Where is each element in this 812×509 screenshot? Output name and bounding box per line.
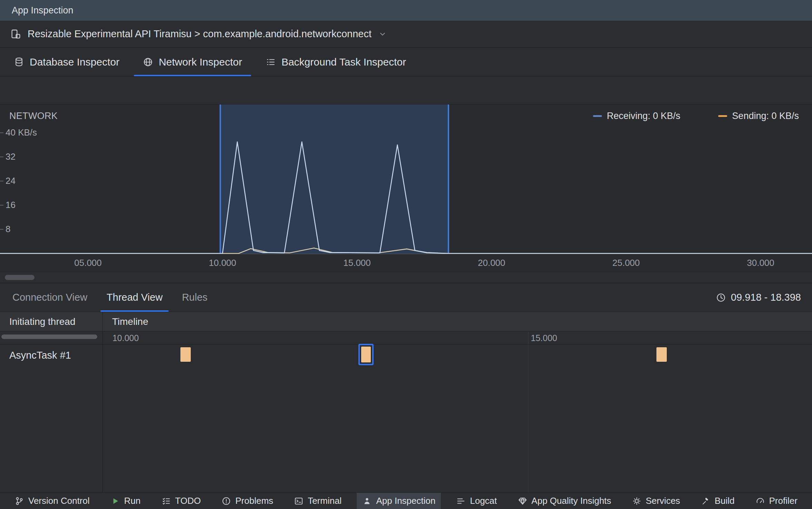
tool-window-bar: Version ControlRunTODOProblemsTerminalAp… [0,492,812,509]
detail-tab-connection-view[interactable]: Connection View [3,283,97,312]
time-range-label: 09.918 - 18.398 [731,292,801,303]
timeline-ruler-row: 10.00015.000 [0,331,812,345]
toolwindow-button-profiler[interactable]: Profiler [750,493,803,509]
selected-time-range: 09.918 - 18.398 [716,283,809,312]
tab-label: Connection View [12,292,87,303]
scrollbar-thumb[interactable] [5,275,34,280]
timeline-tick-label: 10.000 [112,333,139,343]
globe-icon [143,57,153,67]
profiler-icon [755,496,765,506]
thread-table-header: Initiating thread Timeline [0,312,812,331]
x-axis-label: 20.000 [478,258,505,268]
inspection-icon [362,496,372,506]
tab-label: Network Inspector [159,56,242,68]
toolwindow-button-problems[interactable]: Problems [216,493,279,509]
timeline-track-area[interactable] [102,345,812,492]
timeline-gridline [528,345,528,492]
tab-label: Database Inspector [30,56,119,68]
tab-label: Rules [182,292,207,303]
tool-window-title: App Inspection [12,5,73,16]
android-studio-app-inspection: App Inspection Resizable Experimental AP… [0,0,812,509]
thread-name: AsyncTask #1 [0,345,102,366]
toolwindow-button-label: App Quality Insights [532,496,611,506]
detail-tab-rules[interactable]: Rules [172,283,217,312]
toolwindow-button-app-quality-insights[interactable]: App Quality Insights [512,493,617,509]
toolwindow-button-label: Logcat [470,496,497,506]
legend-label: Sending: 0 KB/s [732,111,799,121]
process-selector[interactable]: Resizable Experimental API Tiramisu > co… [0,21,812,48]
toolwindow-button-app-inspection[interactable]: App Inspection [357,493,441,509]
x-axis-label: 25.000 [612,258,640,268]
chart-title: NETWORK [9,111,58,121]
tab-label: Thread View [107,292,162,303]
network-request-block[interactable] [180,347,191,362]
inspector-tab-database-inspector[interactable]: Database Inspector [2,48,131,76]
toolwindow-button-run[interactable]: Run [105,493,146,509]
logcat-icon [456,496,466,506]
initiating-thread-column-header[interactable]: Initiating thread [0,312,102,331]
thread-column-scroll-area [0,331,102,344]
tool-window-header: App Inspection [0,0,812,21]
x-axis-label: 15.000 [343,258,371,268]
toolwindow-button-label: App Inspection [376,496,435,506]
detail-tab-bar: Connection ViewThread ViewRules 09.918 -… [0,283,812,312]
inspector-tab-background-task-inspector[interactable]: Background Task Inspector [254,48,418,76]
thread-table-body: AsyncTask #1 [0,345,812,492]
toolwindow-button-todo[interactable]: TODO [156,493,207,509]
timeline-ruler: 10.00015.000 [102,331,812,344]
toolwindow-button-label: Services [646,496,680,506]
selected-network-request[interactable] [358,344,374,365]
chart-x-axis: 05.00010.00015.00020.00025.00030.000 [0,254,812,272]
toolwindow-button-label: Profiler [769,496,798,506]
thread-timeline-lane [103,345,812,366]
toolwindow-button-label: Build [715,496,735,506]
network-detail-panel: Connection ViewThread ViewRules 09.918 -… [0,283,812,492]
detail-tabs: Connection ViewThread ViewRules [3,283,217,312]
database-icon [14,57,24,67]
tab-label: Background Task Inspector [281,56,406,68]
x-axis-label: 10.000 [209,258,236,268]
timeline-gridline [528,331,528,344]
problems-icon [221,496,231,506]
chart-legend: Receiving: 0 KB/sSending: 0 KB/s [593,111,799,121]
network-usage-chart: NETWORK 40 KB/s3224168 Receiving: 0 KB/s… [0,104,812,254]
toolwindow-button-build[interactable]: Build [695,493,740,509]
network-request-block [361,347,371,362]
toolwindow-button-label: TODO [175,496,201,506]
x-axis-label: 30.000 [747,258,774,268]
timeline-column-header[interactable]: Timeline [102,312,812,331]
chevron-down-icon [378,29,387,39]
column-scrollbar-thumb[interactable] [1,335,97,339]
network-request-block[interactable] [656,347,667,362]
detail-tab-thread-view[interactable]: Thread View [97,283,172,312]
chart-scrollbar[interactable] [0,272,812,283]
process-selector-label: Resizable Experimental API Tiramisu > co… [28,28,372,40]
run-icon [110,496,120,506]
thread-name-column: AsyncTask #1 [0,345,102,492]
x-axis-label: 05.000 [74,258,102,268]
toolwindow-button-version-control[interactable]: Version Control [9,493,95,509]
toolwindow-button-label: Version Control [28,496,90,506]
todo-icon [161,496,171,506]
legend-label: Receiving: 0 KB/s [607,111,680,121]
inspector-tab-network-inspector[interactable]: Network Inspector [131,48,254,76]
toolwindow-button-label: Problems [235,496,273,506]
inspector-toolbar [0,77,812,104]
legend-sending: Sending: 0 KB/s [718,111,799,121]
device-icon [10,29,21,40]
timeline-tick-label: 15.000 [531,333,557,343]
toolwindow-button-terminal[interactable]: Terminal [288,493,347,509]
branch-icon [14,496,24,506]
build-icon [701,496,711,506]
toolwindow-button-services[interactable]: Services [626,493,686,509]
network-chart-canvas[interactable] [0,104,812,254]
toolwindow-button-label: Run [124,496,141,506]
toolwindow-button-label: Terminal [308,496,341,506]
services-icon [632,496,642,506]
task-list-icon [266,57,276,67]
toolwindow-button-logcat[interactable]: Logcat [450,493,502,509]
insights-icon [518,496,527,506]
receiving-legend-marker [593,115,602,117]
terminal-icon [294,496,304,506]
sending-legend-marker [718,115,727,117]
